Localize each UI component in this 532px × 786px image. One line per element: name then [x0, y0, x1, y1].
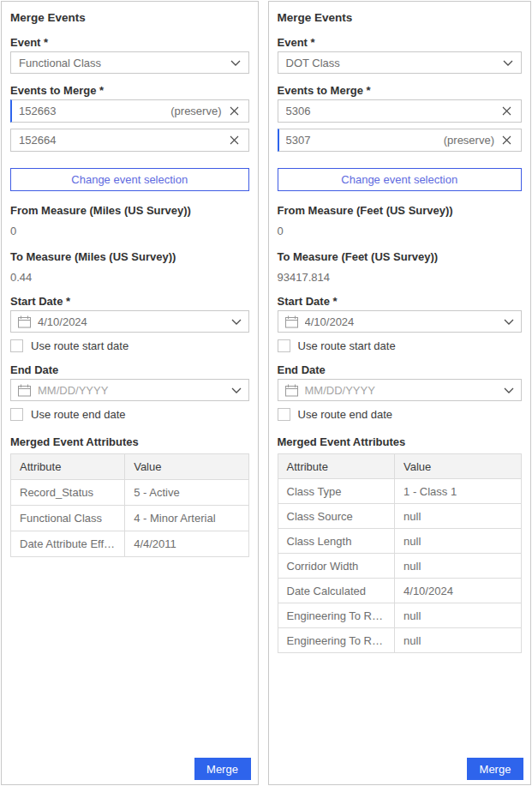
value-cell: 5 - Active [125, 480, 248, 506]
table-row: Engineering To Route ... null [278, 628, 522, 653]
event-label: Event * [278, 36, 523, 49]
start-date-value: 4/10/2024 [305, 315, 498, 328]
merged-attributes-table: Attribute Value Record_Status 5 - Active… [10, 453, 249, 557]
chevron-down-icon [230, 60, 241, 66]
use-route-end-date-label: Use route end date [31, 408, 126, 421]
value-cell: 1 - Class 1 [395, 479, 522, 504]
value-cell: 4/4/2011 [125, 531, 248, 557]
value-cell: null [395, 504, 522, 529]
preserve-badge: (preserve) [170, 105, 221, 117]
change-event-selection-button[interactable]: Change event selection [10, 168, 249, 191]
to-measure-value: 93417.814 [278, 271, 523, 284]
merge-button[interactable]: Merge [194, 758, 251, 780]
use-route-start-date-label: Use route start date [31, 339, 129, 352]
use-route-start-date-checkbox[interactable] [10, 339, 23, 352]
start-date-value: 4/10/2024 [38, 315, 224, 328]
end-date-input[interactable]: MM/DD/YYYY [278, 379, 523, 401]
calendar-icon [285, 315, 298, 328]
attribute-column-header: Attribute [278, 454, 395, 479]
preserve-badge: (preserve) [444, 134, 494, 147]
value-cell: 4 - Minor Arterial [125, 506, 248, 531]
merge-button[interactable]: Merge [467, 758, 523, 780]
start-date-input[interactable]: 4/10/2024 [278, 310, 523, 333]
start-date-input[interactable]: 4/10/2024 [10, 310, 249, 333]
attribute-cell: Class Type [278, 479, 395, 504]
use-route-end-date-checkbox[interactable] [278, 408, 290, 421]
attribute-cell: Record_Status [11, 480, 125, 506]
close-icon[interactable] [228, 105, 241, 117]
value-cell: null [395, 628, 522, 653]
from-measure-label: From Measure (Feet (US Survey)) [278, 204, 523, 217]
value-cell: null [395, 554, 522, 579]
chevron-down-icon [504, 319, 514, 325]
end-date-input[interactable]: MM/DD/YYYY [10, 379, 249, 401]
use-route-start-date-checkbox[interactable] [278, 339, 290, 352]
event-select-value: DOT Class [286, 57, 504, 69]
attribute-cell: Date Attribute Effective [11, 531, 125, 557]
calendar-icon [285, 384, 298, 397]
start-date-label: Start Date * [10, 295, 249, 308]
table-row: Class Length null [278, 529, 522, 554]
to-measure-value: 0.44 [10, 271, 249, 284]
calendar-icon [18, 384, 31, 397]
event-select[interactable]: Functional Class [10, 51, 249, 74]
value-column-header: Value [395, 454, 522, 479]
use-route-end-date-label: Use route end date [298, 408, 393, 421]
value-cell: null [395, 603, 522, 628]
table-row: Class Source null [278, 504, 522, 529]
table-row: Corridor Width null [278, 554, 522, 579]
event-id: 5307 [286, 134, 438, 147]
end-date-label: End Date [10, 363, 249, 376]
end-date-placeholder: MM/DD/YYYY [305, 384, 498, 397]
event-to-merge-row: 5307 (preserve) [278, 129, 523, 152]
events-to-merge-label: Events to Merge * [10, 84, 249, 97]
to-measure-label: To Measure (Feet (US Survey)) [278, 250, 523, 263]
calendar-icon [18, 315, 31, 328]
from-measure-value: 0 [10, 225, 249, 237]
merged-event-attributes-title: Merged Event Attributes [278, 435, 523, 448]
close-icon[interactable] [500, 105, 513, 117]
event-select[interactable]: DOT Class [278, 51, 523, 74]
chevron-down-icon [231, 319, 242, 325]
page-title: Merge Events [278, 11, 523, 24]
use-route-end-date-row: Use route end date [10, 408, 249, 421]
value-cell: 4/10/2024 [395, 579, 522, 603]
end-date-label: End Date [278, 363, 523, 376]
events-to-merge-label: Events to Merge * [278, 84, 523, 97]
table-row: Date Calculated 4/10/2024 [278, 579, 522, 603]
chevron-down-icon [231, 387, 242, 393]
table-row: Engineering To RouteID null [278, 603, 522, 628]
use-route-start-date-row: Use route start date [278, 339, 523, 352]
use-route-end-date-checkbox[interactable] [10, 408, 23, 421]
event-to-merge-row: 152664 [10, 129, 249, 152]
attribute-cell: Engineering To Route ... [278, 628, 395, 653]
event-to-merge-row: 5306 [278, 99, 523, 123]
event-to-merge-row: 152663 (preserve) [10, 99, 249, 123]
change-event-selection-button[interactable]: Change event selection [278, 168, 523, 191]
table-row: Class Type 1 - Class 1 [278, 479, 522, 504]
event-id: 152664 [19, 134, 216, 147]
close-icon[interactable] [500, 134, 513, 147]
attribute-cell: Corridor Width [278, 554, 395, 579]
attribute-column-header: Attribute [11, 454, 125, 480]
merged-attributes-table: Attribute Value Class Type 1 - Class 1 C… [278, 453, 523, 653]
page-title: Merge Events [10, 11, 249, 24]
start-date-label: Start Date * [278, 295, 523, 308]
attribute-cell: Date Calculated [278, 579, 395, 603]
to-measure-label: To Measure (Miles (US Survey)) [10, 250, 249, 263]
value-column-header: Value [125, 454, 248, 480]
event-id: 5306 [286, 105, 489, 117]
end-date-placeholder: MM/DD/YYYY [38, 384, 224, 397]
use-route-end-date-row: Use route end date [278, 408, 523, 421]
merge-events-panel-left: Merge Events Event * Functional Class Ev… [1, 1, 259, 785]
merged-event-attributes-title: Merged Event Attributes [10, 435, 249, 448]
table-header-row: Attribute Value [278, 454, 522, 479]
merge-events-workspace: Merge Events Event * Functional Class Ev… [0, 0, 532, 786]
event-label: Event * [10, 36, 249, 49]
merge-events-panel-right: Merge Events Event * DOT Class Events to… [268, 1, 532, 785]
attribute-cell: Class Length [278, 529, 395, 554]
table-row: Functional Class 4 - Minor Arterial [11, 506, 249, 531]
table-row: Record_Status 5 - Active [11, 480, 249, 506]
close-icon[interactable] [228, 134, 241, 147]
event-id: 152663 [19, 105, 164, 117]
